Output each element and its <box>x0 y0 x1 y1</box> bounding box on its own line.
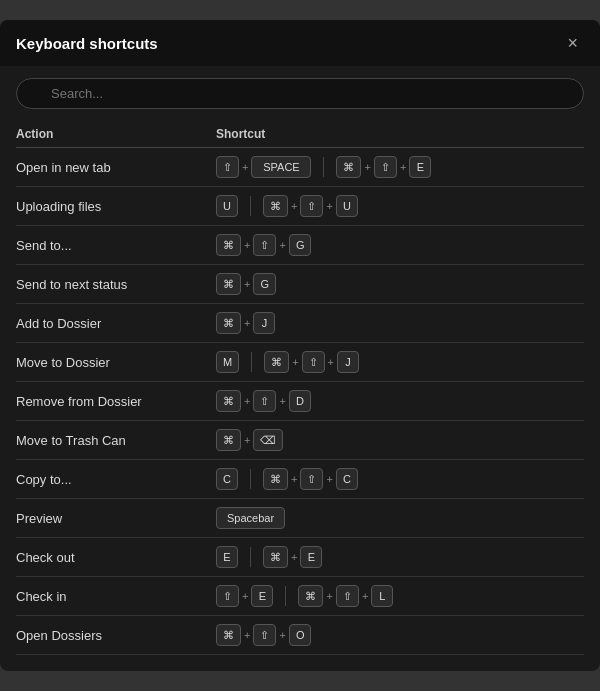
key-badge: O <box>289 624 312 646</box>
key-badge: ⌫ <box>253 429 283 451</box>
key-badge: ⇧ <box>374 156 397 178</box>
table-row: Open Dossiers⌘+⇧+O <box>16 616 584 655</box>
plus-separator: + <box>279 629 285 641</box>
plus-separator: + <box>326 200 332 212</box>
table-row: Check outE⌘+E <box>16 538 584 577</box>
key-badge: U <box>216 195 238 217</box>
plus-separator: + <box>244 629 250 641</box>
plus-separator: + <box>362 590 368 602</box>
key-badge: SPACE <box>251 156 311 178</box>
shortcut-group: ⌘+⌫ <box>216 429 283 451</box>
shortcut-group: ⌘+⇧+C <box>263 468 358 490</box>
key-badge: C <box>336 468 358 490</box>
action-label: Send to next status <box>16 277 216 292</box>
plus-separator: + <box>244 278 250 290</box>
key-badge: ⌘ <box>216 312 241 334</box>
key-badge: C <box>216 468 238 490</box>
shortcut-group: ⌘+⇧+D <box>216 390 311 412</box>
key-badge: L <box>371 585 393 607</box>
shortcut-separator <box>285 586 286 606</box>
shortcut-group: ⌘+E <box>263 546 322 568</box>
plus-separator: + <box>292 356 298 368</box>
shortcut-separator <box>323 157 324 177</box>
column-headers: Action Shortcut <box>16 121 584 148</box>
table-row: Send to next status⌘+G <box>16 265 584 304</box>
key-badge: M <box>216 351 239 373</box>
close-button[interactable]: × <box>561 32 584 54</box>
key-badge: ⌘ <box>216 429 241 451</box>
shortcut-separator <box>250 196 251 216</box>
key-badge: ⌘ <box>216 234 241 256</box>
shortcut-group: U <box>216 195 238 217</box>
shortcuts-cell: ⌘+G <box>216 273 584 295</box>
table-row: Add to Dossier⌘+J <box>16 304 584 343</box>
plus-separator: + <box>291 551 297 563</box>
rows-container: Open in new tab⇧+SPACE⌘+⇧+EUploading fil… <box>16 148 584 655</box>
key-badge: ⌘ <box>216 624 241 646</box>
key-badge: ⇧ <box>302 351 325 373</box>
shortcut-column-header: Shortcut <box>216 127 584 141</box>
key-badge: G <box>253 273 276 295</box>
shortcut-group: C <box>216 468 238 490</box>
shortcut-group: ⌘+G <box>216 273 276 295</box>
search-input[interactable] <box>16 78 584 109</box>
action-label: Add to Dossier <box>16 316 216 331</box>
shortcuts-cell: Spacebar <box>216 507 584 529</box>
table-row: Check in⇧+E⌘+⇧+L <box>16 577 584 616</box>
shortcuts-cell: ⌘+⌫ <box>216 429 584 451</box>
shortcuts-cell: ⌘+⇧+G <box>216 234 584 256</box>
plus-separator: + <box>326 473 332 485</box>
shortcuts-cell: ⌘+⇧+D <box>216 390 584 412</box>
shortcut-group: Spacebar <box>216 507 285 529</box>
plus-separator: + <box>328 356 334 368</box>
action-label: Send to... <box>16 238 216 253</box>
plus-separator: + <box>244 395 250 407</box>
plus-separator: + <box>291 473 297 485</box>
plus-separator: + <box>326 590 332 602</box>
modal-title: Keyboard shortcuts <box>16 35 158 52</box>
shortcuts-cell: E⌘+E <box>216 546 584 568</box>
key-badge: E <box>300 546 322 568</box>
plus-separator: + <box>244 434 250 446</box>
key-badge: ⇧ <box>336 585 359 607</box>
plus-separator: + <box>279 239 285 251</box>
shortcut-group: ⇧+SPACE <box>216 156 311 178</box>
modal-header: Keyboard shortcuts × <box>0 20 600 66</box>
shortcut-group: ⌘+⇧+O <box>216 624 311 646</box>
action-label: Remove from Dossier <box>16 394 216 409</box>
key-badge: Spacebar <box>216 507 285 529</box>
shortcut-separator <box>250 469 251 489</box>
shortcut-group: ⇧+E <box>216 585 273 607</box>
key-badge: J <box>337 351 359 373</box>
table-row: PreviewSpacebar <box>16 499 584 538</box>
key-badge: D <box>289 390 311 412</box>
key-badge: E <box>216 546 238 568</box>
plus-separator: + <box>244 239 250 251</box>
key-badge: ⌘ <box>263 195 288 217</box>
key-badge: ⌘ <box>216 390 241 412</box>
action-label: Check in <box>16 589 216 604</box>
key-badge: ⌘ <box>298 585 323 607</box>
plus-separator: + <box>242 590 248 602</box>
shortcuts-cell: M⌘+⇧+J <box>216 351 584 373</box>
key-badge: ⌘ <box>263 546 288 568</box>
key-badge: ⌘ <box>216 273 241 295</box>
plus-separator: + <box>242 161 248 173</box>
key-badge: ⇧ <box>300 468 323 490</box>
shortcuts-cell: ⇧+SPACE⌘+⇧+E <box>216 156 584 178</box>
key-badge: E <box>409 156 431 178</box>
keyboard-shortcuts-modal: Keyboard shortcuts × 🔍 Action Shortcut O… <box>0 20 600 671</box>
action-label: Uploading files <box>16 199 216 214</box>
action-label: Preview <box>16 511 216 526</box>
shortcut-group: ⌘+⇧+E <box>336 156 431 178</box>
table-row: Send to...⌘+⇧+G <box>16 226 584 265</box>
key-badge: G <box>289 234 312 256</box>
table-row: Open in new tab⇧+SPACE⌘+⇧+E <box>16 148 584 187</box>
plus-separator: + <box>291 200 297 212</box>
plus-separator: + <box>244 317 250 329</box>
key-badge: ⇧ <box>253 390 276 412</box>
shortcuts-cell: C⌘+⇧+C <box>216 468 584 490</box>
search-wrapper: 🔍 <box>16 78 584 109</box>
table-row: Move to DossierM⌘+⇧+J <box>16 343 584 382</box>
shortcut-group: ⌘+J <box>216 312 275 334</box>
